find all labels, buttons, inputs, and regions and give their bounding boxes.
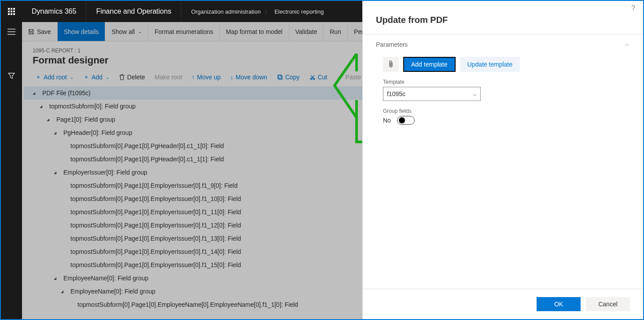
group-fields-value: No	[383, 117, 391, 124]
help-icon[interactable]: ?	[631, 4, 635, 12]
update-template-button[interactable]: Update template	[460, 57, 520, 72]
parameters-section-header[interactable]: Parameters ︿	[363, 34, 643, 54]
chevron-up-icon: ︿	[625, 41, 630, 48]
template-label: Template	[383, 79, 630, 85]
hamburger-menu-button[interactable]	[1, 22, 22, 41]
chevron-down-icon: ⌄	[473, 91, 477, 97]
group-fields-toggle[interactable]	[397, 116, 415, 125]
panel-title: Update from PDF	[376, 15, 448, 25]
paperclip-icon	[387, 60, 394, 68]
group-fields-label: Group fields	[383, 108, 630, 114]
breadcrumb: Organization administration 〉 Electronic…	[181, 8, 333, 15]
template-select[interactable]: f1095c ⌄	[383, 87, 481, 101]
toggle-knob	[399, 117, 405, 123]
breadcrumb-item[interactable]: Organization administration	[191, 8, 261, 15]
ok-button[interactable]: OK	[537, 297, 581, 311]
attachment-button[interactable]	[383, 57, 399, 72]
waffle-icon	[8, 8, 15, 15]
cancel-button[interactable]: Cancel	[586, 297, 630, 311]
add-template-button[interactable]: Add template	[403, 57, 456, 72]
section-label: Parameters	[376, 41, 408, 48]
left-nav-rail	[1, 22, 22, 319]
filter-button[interactable]	[1, 66, 22, 86]
module-label[interactable]: Finance and Operations	[86, 1, 181, 22]
template-value: f1095c	[387, 90, 405, 97]
brand-label[interactable]: Dynamics 365	[22, 1, 86, 22]
breadcrumb-item[interactable]: Electronic reporting	[274, 8, 324, 15]
chevron-right-icon: 〉	[265, 8, 270, 15]
update-from-pdf-panel: ? Update from PDF Parameters ︿ Add templ…	[362, 1, 643, 319]
app-launcher-button[interactable]	[1, 1, 22, 22]
